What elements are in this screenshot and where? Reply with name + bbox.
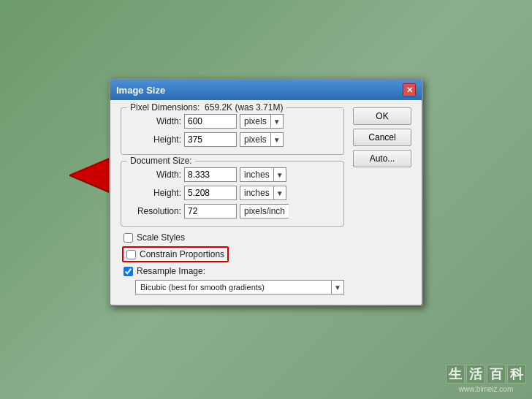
resolution-unit: pixels/inch [240, 204, 289, 218]
constrain-label: Constrain Proportions [140, 249, 224, 259]
constrain-proportions-highlighted: Constrain Proportions [122, 246, 229, 262]
pixel-width-label: Width: [129, 116, 181, 126]
ok-button[interactable]: OK [353, 107, 411, 125]
resample-select-row: Bicubic (best for smooth gradients) ▼ [121, 280, 344, 294]
doc-width-dropdown[interactable]: ▼ [273, 167, 286, 182]
pixel-dimensions-legend: Pixel Dimensions: 659.2K (was 3.71M) [127, 102, 286, 113]
resample-row: Resample Image: [121, 266, 344, 276]
document-size-section: Document Size: Width: inches ▼ Height: i… [121, 161, 344, 227]
doc-width-unit-text: inches [240, 167, 273, 182]
close-button[interactable]: ✕ [403, 83, 416, 96]
pixel-dimensions-section: Pixel Dimensions: 659.2K (was 3.71M) Wid… [121, 107, 344, 155]
dialog-body: Pixel Dimensions: 659.2K (was 3.71M) Wid… [110, 100, 422, 305]
resample-checkbox[interactable] [123, 267, 133, 276]
scale-styles-row: Scale Styles [121, 232, 344, 243]
pixel-width-row: Width: pixels ▼ [129, 114, 336, 129]
constrain-row: Constrain Proportions [121, 246, 344, 262]
doc-height-dropdown[interactable]: ▼ [273, 186, 286, 200]
wm-char-4: 科 [507, 365, 526, 384]
dialog-titlebar: Image Size ✕ [110, 80, 422, 100]
doc-height-row: Height: inches ▼ [129, 186, 336, 200]
pixel-width-dropdown[interactable]: ▼ [270, 114, 284, 129]
pixel-height-label: Height: [129, 134, 181, 145]
pixel-height-unit: pixels ▼ [240, 132, 284, 147]
pixel-height-row: Height: pixels ▼ [129, 132, 336, 147]
pixel-height-dropdown[interactable]: ▼ [270, 132, 284, 147]
doc-height-label: Height: [129, 188, 181, 198]
pixel-height-input[interactable] [184, 132, 237, 147]
resample-dropdown-arrow[interactable]: ▼ [331, 280, 344, 294]
doc-width-input[interactable] [184, 167, 237, 182]
doc-width-label: Width: [129, 170, 181, 180]
wm-char-2: 活 [466, 365, 485, 384]
pixel-width-unit: pixels ▼ [240, 114, 284, 129]
pixel-width-unit-text: pixels [240, 114, 270, 129]
resolution-input[interactable] [184, 204, 237, 218]
document-size-legend: Document Size: [127, 156, 195, 166]
wm-char-1: 生 [446, 365, 465, 384]
pixel-width-input[interactable] [184, 114, 237, 129]
pixel-height-unit-text: pixels [240, 132, 270, 147]
wm-char-3: 百 [487, 365, 506, 384]
watermark: 生 活 百 科 www.bimeiz.com [446, 365, 526, 393]
watermark-chars: 生 活 百 科 [446, 365, 526, 384]
doc-width-unit: inches ▼ [240, 167, 286, 182]
scale-styles-checkbox[interactable] [123, 233, 133, 243]
dialog-right-panel: OK Cancel Auto... [353, 107, 411, 294]
watermark-url: www.bimeiz.com [446, 385, 526, 393]
cancel-button[interactable]: Cancel [353, 129, 411, 146]
resolution-unit-text: pixels/inch [240, 204, 289, 218]
doc-height-input[interactable] [184, 186, 237, 200]
resample-label: Resample Image: [137, 266, 205, 276]
doc-width-row: Width: inches ▼ [129, 167, 336, 182]
dialog-left-panel: Pixel Dimensions: 659.2K (was 3.71M) Wid… [121, 107, 344, 294]
doc-height-unit: inches ▼ [240, 186, 286, 200]
resolution-label: Resolution: [129, 206, 181, 216]
image-size-dialog: Image Size ✕ Pixel Dimensions: 659.2K (w… [109, 78, 423, 306]
doc-height-unit-text: inches [240, 186, 273, 200]
scale-styles-label: Scale Styles [137, 232, 185, 243]
auto-button[interactable]: Auto... [353, 150, 411, 167]
resample-select-text: Bicubic (best for smooth gradients) [135, 280, 331, 294]
dialog-title: Image Size [116, 85, 165, 96]
resolution-row: Resolution: pixels/inch [129, 204, 336, 218]
constrain-checkbox[interactable] [126, 250, 136, 259]
